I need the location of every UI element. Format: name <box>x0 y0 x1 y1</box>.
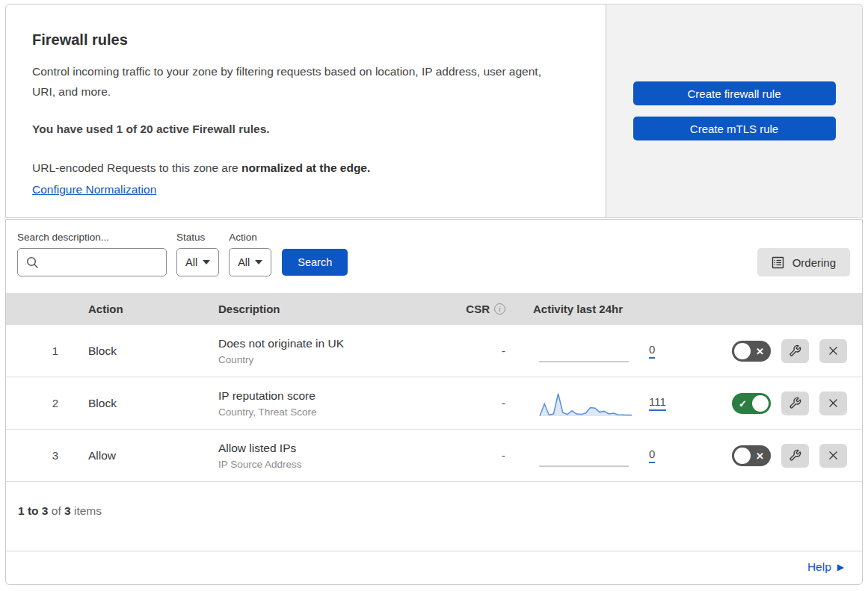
pagination-total: 3 <box>64 504 71 517</box>
actions-panel: Create firewall rule Create mTLS rule <box>606 4 863 218</box>
status-select[interactable]: All <box>176 248 219 276</box>
action-field-group: Action All <box>229 232 271 276</box>
rules-list-card: Search description... Status All Action … <box>5 219 863 585</box>
rule-enabled-toggle[interactable]: ✓ ✕ <box>732 393 771 414</box>
zero-activity-line <box>539 465 629 467</box>
pagination-of: of <box>52 504 61 517</box>
action-select[interactable]: All <box>229 248 271 276</box>
page-description: Control incoming traffic to your zone by… <box>32 61 563 102</box>
rule-description: IP reputation score <box>218 389 436 403</box>
table-header: Action Description CSRi Activity last 24… <box>6 293 862 325</box>
top-section: Firewall rules Control incoming traffic … <box>5 4 863 218</box>
wrench-icon <box>789 397 801 409</box>
delete-rule-button[interactable] <box>819 392 847 415</box>
configure-normalization-link[interactable]: Configure Normalization <box>32 183 156 196</box>
search-label: Search description... <box>17 232 167 243</box>
rule-description: Allow listed IPs <box>218 442 436 455</box>
rule-controls: ✓ ✕ <box>712 339 862 363</box>
toggle-knob <box>734 343 751 359</box>
normalization-text: URL-encoded Requests to this zone are no… <box>32 158 574 178</box>
chevron-down-icon <box>203 260 210 264</box>
activity-sparkline <box>539 389 632 418</box>
rule-number: 1 <box>6 344 81 357</box>
firewall-rules-page: Firewall rules Control incoming traffic … <box>5 4 863 585</box>
edit-rule-button[interactable] <box>781 392 809 415</box>
close-icon <box>827 397 840 409</box>
table-row: 2 Block IP reputation score Country, Thr… <box>6 377 862 430</box>
toggle-knob <box>752 395 769 412</box>
status-selected-value: All <box>185 256 197 268</box>
rule-description: Does not originate in UK <box>218 337 436 350</box>
pagination-range: 1 to 3 <box>18 504 48 517</box>
header-action: Action <box>81 303 212 315</box>
rule-controls: ✓ ✕ <box>712 444 862 468</box>
activity-sparkline <box>539 337 632 365</box>
header-description: Description <box>212 303 436 315</box>
ordering-list-icon <box>772 256 784 269</box>
search-input[interactable] <box>17 248 167 276</box>
rule-action: Allow <box>81 449 212 462</box>
csr-label: CSR <box>466 303 490 315</box>
rule-controls: ✓ ✕ <box>712 392 862 415</box>
delete-rule-button[interactable] <box>819 339 847 363</box>
create-firewall-rule-button[interactable]: Create firewall rule <box>633 81 836 105</box>
table-row: 1 Block Does not originate in UK Country… <box>6 325 862 377</box>
rule-activity-cell: 0 <box>514 337 712 365</box>
rule-description-cell: IP reputation score Country, Threat Scor… <box>212 389 436 418</box>
page-title: Firewall rules <box>32 31 574 49</box>
action-selected-value: All <box>238 256 250 268</box>
toggle-knob <box>734 448 751 464</box>
rule-enabled-toggle[interactable]: ✓ ✕ <box>732 341 771 362</box>
rule-activity-cell: 0 <box>514 442 712 470</box>
rule-csr: - <box>436 449 514 462</box>
close-icon <box>827 344 840 357</box>
pagination-items-word: items <box>74 504 102 517</box>
x-icon: ✕ <box>756 451 764 460</box>
edit-rule-button[interactable] <box>781 339 809 363</box>
activity-count-link[interactable]: 0 <box>649 343 655 359</box>
usage-summary: You have used 1 of 20 active Firewall ru… <box>32 119 574 139</box>
rule-csr: - <box>436 397 514 409</box>
action-label: Action <box>229 232 271 243</box>
filter-bar: Search description... Status All Action … <box>6 220 862 293</box>
rule-activity-cell: 111 <box>514 389 712 418</box>
status-field-group: Status All <box>176 232 219 276</box>
normalization-prefix: URL-encoded Requests to this zone are <box>32 161 238 174</box>
activity-count-link[interactable]: 0 <box>649 448 655 463</box>
table-row: 3 Allow Allow listed IPs IP Source Addre… <box>6 430 862 482</box>
activity-sparkline <box>539 442 632 470</box>
delete-rule-button[interactable] <box>819 444 847 468</box>
rule-fields: Country <box>218 354 436 365</box>
rule-description-cell: Does not originate in UK Country <box>212 337 436 365</box>
rule-fields: IP Source Address <box>218 459 436 470</box>
rule-enabled-toggle[interactable]: ✓ ✕ <box>732 445 771 466</box>
activity-count-link[interactable]: 111 <box>649 395 666 411</box>
status-label: Status <box>176 232 219 243</box>
normalization-bold: normalized at the edge. <box>241 161 370 174</box>
help-label: Help <box>807 560 831 574</box>
x-icon: ✕ <box>756 346 764 356</box>
create-mtls-rule-button[interactable]: Create mTLS rule <box>633 117 836 140</box>
wrench-icon <box>789 449 801 462</box>
search-icon <box>25 256 39 269</box>
check-icon: ✓ <box>739 398 747 408</box>
ordering-button-label: Ordering <box>792 256 836 269</box>
zero-activity-line <box>539 361 629 362</box>
search-button[interactable]: Search <box>282 249 348 276</box>
edit-rule-button[interactable] <box>781 444 809 468</box>
ordering-button[interactable]: Ordering <box>757 248 850 276</box>
rule-action: Block <box>81 344 212 358</box>
help-link[interactable]: Help ▶ <box>807 560 844 574</box>
search-field-group: Search description... <box>17 232 167 276</box>
help-row: Help ▶ <box>6 551 862 584</box>
rule-description-cell: Allow listed IPs IP Source Address <box>212 442 436 470</box>
rule-fields: Country, Threat Score <box>218 406 436 418</box>
rule-action: Block <box>81 397 212 410</box>
info-icon[interactable]: i <box>494 303 505 315</box>
rule-number: 3 <box>6 449 81 462</box>
wrench-icon <box>789 344 801 357</box>
header-activity: Activity last 24hr <box>514 303 712 315</box>
chevron-down-icon <box>255 260 262 264</box>
rule-csr: - <box>436 344 514 357</box>
intro-card: Firewall rules Control incoming traffic … <box>5 4 606 218</box>
